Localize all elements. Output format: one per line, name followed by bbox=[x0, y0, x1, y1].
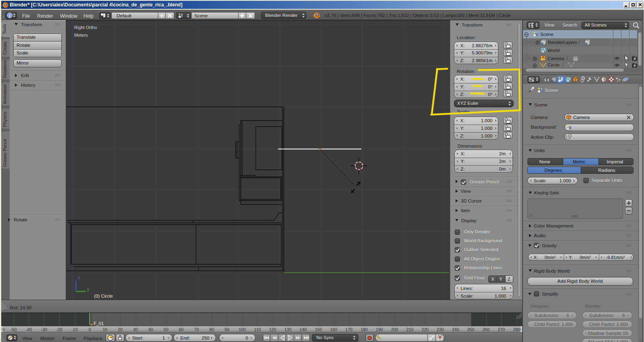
svg-text:i: i bbox=[9, 13, 10, 18]
svg-text:y: y bbox=[87, 287, 89, 292]
svg-text:z: z bbox=[78, 275, 80, 280]
